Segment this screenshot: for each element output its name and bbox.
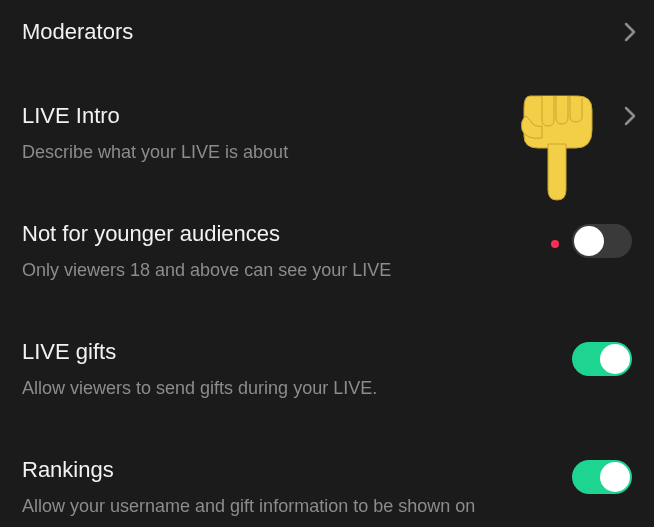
setting-title: LIVE gifts [22, 338, 632, 366]
toggle-live-gifts[interactable] [572, 342, 632, 376]
toggle-rankings[interactable] [572, 460, 632, 494]
toggle-knob [600, 344, 630, 374]
setting-rankings: Rankings Allow your username and gift in… [0, 438, 654, 527]
setting-not-for-younger-audiences: Not for younger audiences Only viewers 1… [0, 202, 654, 300]
indicator-dot-icon [551, 240, 559, 248]
setting-subtitle: Only viewers 18 and above can see your L… [22, 258, 632, 282]
setting-subtitle: Allow viewers to send gifts during your … [22, 376, 632, 400]
setting-title: LIVE Intro [22, 102, 632, 130]
setting-subtitle: Describe what your LIVE is about [22, 140, 632, 164]
setting-title: Moderators [22, 18, 632, 46]
setting-live-gifts: LIVE gifts Allow viewers to send gifts d… [0, 320, 654, 418]
setting-title: Rankings [22, 456, 632, 484]
setting-title: Not for younger audiences [22, 220, 632, 248]
setting-subtitle: Allow your username and gift information… [22, 494, 632, 518]
toggle-knob [600, 462, 630, 492]
chevron-right-icon [624, 22, 636, 42]
setting-moderators[interactable]: Moderators [0, 0, 654, 64]
toggle-not-for-younger-audiences[interactable] [572, 224, 632, 258]
toggle-knob [574, 226, 604, 256]
setting-live-intro[interactable]: LIVE Intro Describe what your LIVE is ab… [0, 84, 654, 182]
chevron-right-icon [624, 106, 636, 126]
